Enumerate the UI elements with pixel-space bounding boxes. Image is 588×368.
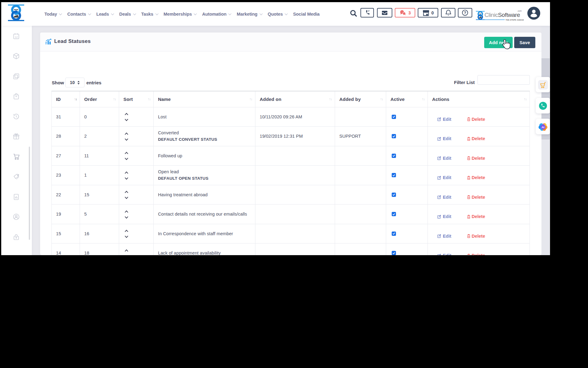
svg-text:ClinicSoftware: ClinicSoftware <box>484 12 520 18</box>
svg-text:.com: .com <box>517 10 522 12</box>
svg-text:AI: AI <box>541 125 545 128</box>
svg-text:12: 12 <box>15 36 18 39</box>
svg-text:?: ? <box>464 11 466 15</box>
svg-text:TEN STEPS AHEAD: TEN STEPS AHEAD <box>506 19 524 21</box>
